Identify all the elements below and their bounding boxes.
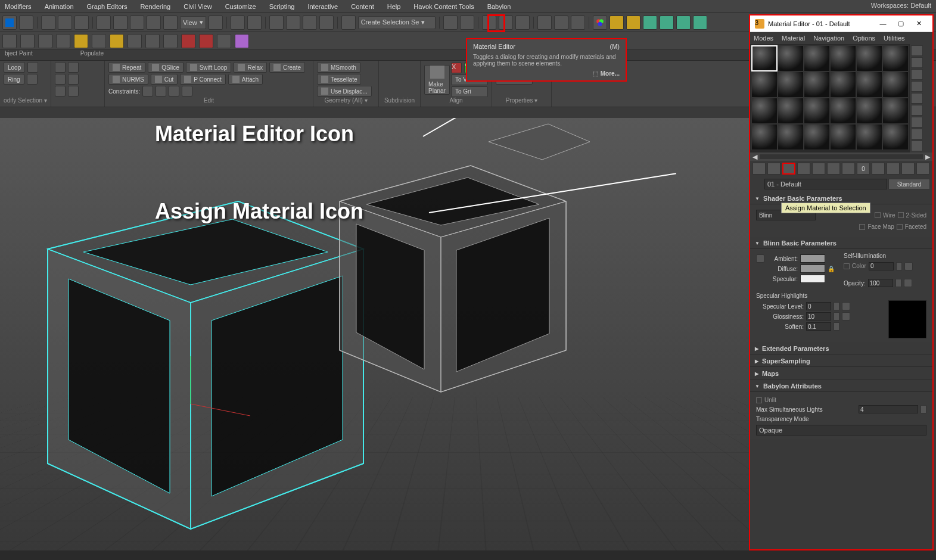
reference-coord-dropdown[interactable]: View▾ <box>180 16 206 29</box>
maximize-button[interactable]: ▢ <box>892 18 910 30</box>
tessellate-button[interactable]: Tessellate <box>317 74 361 85</box>
put-to-lib-icon[interactable] <box>842 163 855 175</box>
constr-edge-icon[interactable] <box>156 86 166 97</box>
constr-face-icon[interactable] <box>169 86 179 97</box>
teapot4-icon[interactable] <box>693 15 707 30</box>
selected-mesh-cube[interactable] <box>36 166 357 487</box>
select-manipulate-icon[interactable] <box>231 15 245 30</box>
extended-params-rollout[interactable]: Extended Parameters <box>750 343 932 354</box>
tool-i-icon[interactable] <box>145 34 160 48</box>
sample-type-icon[interactable] <box>911 45 923 56</box>
gloss-map-icon[interactable] <box>842 312 850 321</box>
sel-a-icon[interactable] <box>55 74 66 85</box>
blinn-basic-rollout[interactable]: Blinn Basic Parameters <box>750 238 932 249</box>
teapot2-icon[interactable] <box>660 15 674 30</box>
material-editor-icon[interactable] <box>593 15 607 30</box>
close-button[interactable]: ✕ <box>910 18 928 30</box>
tool-d-icon[interactable] <box>56 34 70 48</box>
sample-slot[interactable] <box>856 124 882 150</box>
togrid-button[interactable]: To Gri <box>451 86 488 97</box>
align-icon[interactable] <box>460 15 474 30</box>
minimize-button[interactable]: — <box>874 18 892 30</box>
sample-slot[interactable] <box>882 124 909 150</box>
repeat-button[interactable]: Repeat <box>108 62 145 73</box>
video-check-icon[interactable] <box>911 93 923 104</box>
sample-uv-icon[interactable] <box>911 81 923 92</box>
placement-icon[interactable] <box>163 15 178 30</box>
menu-help[interactable]: Help <box>387 3 401 10</box>
sample-slot[interactable] <box>804 98 830 124</box>
tooltip-more[interactable]: More... <box>601 70 620 77</box>
usedisplac-button[interactable]: Use Displac... <box>317 86 372 97</box>
move-icon[interactable] <box>113 15 128 30</box>
supersampling-rollout[interactable]: SuperSampling <box>750 356 932 367</box>
select-link-icon[interactable] <box>41 15 55 30</box>
sample-slot[interactable] <box>778 98 804 124</box>
tool-m-icon[interactable] <box>217 34 231 48</box>
spinner-snap-icon[interactable] <box>319 15 334 30</box>
loop-button[interactable]: Loop <box>4 62 25 73</box>
tool-j-icon[interactable] <box>163 34 178 48</box>
tool-g-icon[interactable] <box>110 34 124 48</box>
make-planar-button[interactable]: Make Planar <box>424 65 450 95</box>
tool-h-icon[interactable] <box>128 34 142 48</box>
menu-content[interactable]: Content <box>351 3 374 10</box>
rotate-icon[interactable] <box>130 15 144 30</box>
me-menu-modes[interactable]: Modes <box>754 35 773 42</box>
reset-map-icon[interactable] <box>797 163 810 175</box>
material-editor-titlebar[interactable]: 3 Material Editor - 01 - Default — ▢ ✕ <box>750 15 932 32</box>
spec-level-map-icon[interactable] <box>842 302 850 310</box>
material-type-button[interactable]: Standard <box>888 179 930 189</box>
tool-f-icon[interactable] <box>92 34 106 48</box>
babylon-rollout[interactable]: Babylon Attributes <box>750 381 932 392</box>
relax-button[interactable]: Relax <box>234 62 267 73</box>
menu-modifiers[interactable]: Modifiers <box>5 3 32 10</box>
make-copy-icon[interactable] <box>812 163 825 175</box>
mirror-icon[interactable] <box>443 15 458 30</box>
shrink-icon[interactable] <box>68 62 79 73</box>
menu-animation[interactable]: Animation <box>45 3 74 10</box>
render-setup-icon[interactable] <box>610 15 624 30</box>
pconnect-button[interactable]: P Connect <box>180 74 226 85</box>
ring-button[interactable]: Ring <box>4 74 24 85</box>
sample-slot[interactable] <box>830 71 856 98</box>
sample-slot[interactable] <box>804 124 830 150</box>
angle-snap-icon[interactable] <box>286 15 300 30</box>
nurms-button[interactable]: NURMS <box>108 74 148 85</box>
sel-b-icon[interactable] <box>68 74 79 85</box>
sample-slot[interactable] <box>830 124 856 150</box>
x-button[interactable]: X <box>451 63 462 73</box>
curve-editor2-icon[interactable] <box>554 15 568 30</box>
workspace-selector[interactable]: Workspaces: Default <box>871 2 931 9</box>
attach-button[interactable]: Attach <box>228 74 263 85</box>
edit-named-icon[interactable] <box>341 15 356 30</box>
swiftloop-button[interactable]: Swift Loop <box>186 62 232 73</box>
rendered-frame-icon[interactable] <box>626 15 640 30</box>
backlight-icon[interactable] <box>911 57 923 68</box>
menu-scripting[interactable]: Scripting <box>269 3 295 10</box>
select-icon[interactable] <box>97 15 111 30</box>
faceted-checkbox[interactable]: Faceted <box>897 223 926 230</box>
sel-d-icon[interactable] <box>68 86 79 97</box>
menu-customize[interactable]: Customize <box>225 3 256 10</box>
sample-slot[interactable] <box>804 71 830 98</box>
get-material-icon[interactable] <box>752 163 766 175</box>
opacity-spinner[interactable]: 100 <box>868 279 893 287</box>
sample-slot[interactable] <box>751 98 778 124</box>
redo-icon[interactable] <box>19 15 33 30</box>
selfillum-map-icon[interactable] <box>904 262 913 270</box>
teapot3-icon[interactable] <box>676 15 691 30</box>
teapot1-icon[interactable] <box>643 15 657 30</box>
sample-slot[interactable] <box>804 45 830 71</box>
tool-e-icon[interactable] <box>74 34 88 48</box>
msmooth-button[interactable]: MSmooth <box>317 62 360 73</box>
sample-slot[interactable] <box>882 45 909 71</box>
show-end-result-icon[interactable] <box>887 163 900 175</box>
cut-button[interactable]: Cut <box>151 74 178 85</box>
twosided-checkbox[interactable]: 2-Sided <box>898 212 926 219</box>
bind-icon[interactable] <box>74 15 89 30</box>
create-button[interactable]: Create <box>269 62 305 73</box>
me-menu-options[interactable]: Options <box>853 35 875 42</box>
grow-icon[interactable] <box>55 62 66 73</box>
ambient-swatch[interactable] <box>800 254 825 263</box>
